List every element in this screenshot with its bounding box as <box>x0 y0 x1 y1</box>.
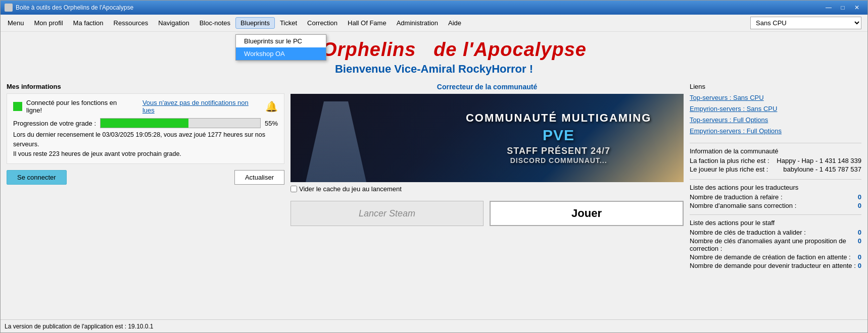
launch-row: Lancer Steam Jouer <box>291 201 684 226</box>
menu-item-hall-of-fame[interactable]: Hall Of Fame <box>343 17 392 29</box>
welcome-text: Bienvenue Vice-Amiral RockyHorror ! <box>1 63 867 76</box>
translator-request-row: Nombre de demande pour devenir traducteu… <box>690 262 861 269</box>
divider-3 <box>690 214 861 215</box>
progress-row: Progression de votre grade : 55% <box>13 118 278 128</box>
menu-item-administration[interactable]: Administration <box>392 17 443 29</box>
jouer-button[interactable]: Jouer <box>490 201 684 226</box>
staff-section: Liste des actions pour le staff Nombre d… <box>690 219 861 269</box>
faction-creation-value: 0 <box>858 253 861 261</box>
banner-top-text: COMMUNAUTÉ MULTIGAMING <box>444 112 673 125</box>
translation-keys-row: Nombre de clés de traduction à valider :… <box>690 229 861 236</box>
main-layout: Mes informations Connecté pour les fonct… <box>1 83 867 274</box>
status-row: Connecté pour les fonctions en ligne! Vo… <box>13 99 278 114</box>
translators-section: Liste des actions pour les traducteurs N… <box>690 184 861 209</box>
links-title: Liens <box>690 83 861 90</box>
menu-item-blueprints[interactable]: Blueprints <box>235 17 275 29</box>
link-empyrion-sans-cpu[interactable]: Empyrion-servers : Sans CPU <box>690 103 861 115</box>
minimize-button[interactable]: — <box>822 3 835 13</box>
divider-1 <box>690 143 861 143</box>
divider-2 <box>690 179 861 180</box>
redo-translations-row: Nombre de traduction à refaire : 0 <box>690 193 861 201</box>
anomaly-no-correction-value: 0 <box>858 202 861 209</box>
info-text-1: Lors du dernier recensement le 03/03/202… <box>13 130 278 158</box>
info-box: Connecté pour les fonctions en ligne! Vo… <box>7 93 284 164</box>
progress-bar-fill <box>101 119 188 128</box>
redo-translations-value: 0 <box>858 193 861 201</box>
progress-percent: 55% <box>265 120 278 127</box>
center-title: Correcteur de la communauté <box>291 83 684 91</box>
progress-label: Progression de votre grade : <box>13 120 96 127</box>
cpu-select-container: Sans CPU CPU 1 CPU 2 CPU 3 Full Options <box>750 17 865 29</box>
content-area: Les Orphelins de l'Apocalypse Bienvenue … <box>1 32 867 319</box>
translator-request-label: Nombre de demande pour devenir traducteu… <box>690 262 856 269</box>
richest-player-label: Le joueur le plus riche est : <box>690 165 768 173</box>
richest-faction-value: Happy - Hap - 1 431 148 339 <box>777 157 861 164</box>
links-section: Liens Top-serveurs : Sans CPU Empyrion-s… <box>690 83 861 137</box>
blueprints-menu-container: Blueprints Blueprints sur le PC Workshop… <box>235 17 275 29</box>
anomaly-correction-value: 0 <box>858 237 861 252</box>
banner-image: COMMUNAUTÉ MULTIGAMING PVE STAFF PRÉSENT… <box>291 94 684 182</box>
main-window: Boite à outils des Orphelins de l'Apocal… <box>0 0 868 333</box>
menu-item-ticket[interactable]: Ticket <box>275 17 302 29</box>
translation-keys-label: Nombre de clés de traduction à valider : <box>690 229 806 236</box>
mes-informations-title: Mes informations <box>7 83 284 90</box>
info-line2: Il vous reste 223 heures de jeux avant v… <box>13 150 181 157</box>
menu-item-bloc-notes[interactable]: Bloc-notes <box>195 17 235 29</box>
title-bar: Boite à outils des Orphelins de l'Apocal… <box>1 1 867 15</box>
app-icon <box>5 4 13 12</box>
menu-item-ma-faction[interactable]: Ma faction <box>68 17 109 29</box>
left-panel: Mes informations Connecté pour les fonct… <box>7 83 284 274</box>
status-dot-green <box>13 102 22 111</box>
translators-title: Liste des actions pour les traducteurs <box>690 184 861 191</box>
faction-creation-row: Nombre de demande de création de faction… <box>690 253 861 261</box>
translator-request-value: 0 <box>858 262 861 269</box>
window-controls: — □ ✕ <box>822 3 863 13</box>
close-button[interactable]: ✕ <box>850 3 863 13</box>
center-panel: Correcteur de la communauté COMMUNAUTÉ M… <box>291 83 684 274</box>
menu-item-correction[interactable]: Correction <box>302 17 343 29</box>
banner-discord-text: DISCORD COMMUNAUT... <box>444 156 673 164</box>
richest-player-value: babyloune - 1 415 787 537 <box>783 165 861 173</box>
menu-item-mon-profil[interactable]: Mon profil <box>29 17 68 29</box>
dropdown-item-workshop-oa[interactable]: Workshop OA <box>236 47 326 60</box>
cache-checkbox[interactable] <box>291 186 297 192</box>
staff-title: Liste des actions pour le staff <box>690 219 861 227</box>
community-info: Information de la communauté La faction … <box>690 147 861 173</box>
cache-checkbox-text: Vider le cache du jeu au lancement <box>299 185 402 193</box>
right-panel: Liens Top-serveurs : Sans CPU Empyrion-s… <box>690 83 861 274</box>
menu-bar: Menu Mon profil Ma faction Ressources Na… <box>1 15 867 32</box>
dropdown-item-blueprints-pc[interactable]: Blueprints sur le PC <box>236 35 326 47</box>
connect-button[interactable]: Se connecter <box>7 170 67 185</box>
anomaly-correction-row: Nombre de clés d'anomalies ayant une pro… <box>690 237 861 252</box>
actualiser-button[interactable]: Actualiser <box>234 170 284 185</box>
header-section: Les Orphelins de l'Apocalypse Bienvenue … <box>1 32 867 80</box>
richest-faction-row: La faction la plus riche est : Happy - H… <box>690 157 861 164</box>
banner-staff-text: STAFF PRÉSENT 24/7 <box>444 146 673 156</box>
menu-item-navigation[interactable]: Navigation <box>153 17 194 29</box>
main-title-part2: de l'Apocalypse <box>433 39 587 60</box>
status-bar-text: La version de publication de l'applicati… <box>5 323 154 330</box>
launch-steam-button[interactable]: Lancer Steam <box>291 201 484 226</box>
progress-bar-container <box>100 118 261 128</box>
cpu-select[interactable]: Sans CPU CPU 1 CPU 2 CPU 3 Full Options <box>750 17 861 29</box>
status-bar: La version de publication de l'applicati… <box>1 319 867 332</box>
richest-faction-label: La faction la plus riche est : <box>690 157 769 164</box>
menu-item-aide[interactable]: Aide <box>443 17 466 29</box>
cache-checkbox-label[interactable]: Vider le cache du jeu au lancement <box>291 185 402 193</box>
link-top-sans-cpu[interactable]: Top-serveurs : Sans CPU <box>690 92 861 103</box>
richest-player-row: Le joueur le plus riche est : babyloune … <box>690 165 861 173</box>
link-top-full[interactable]: Top-serveurs : Full Options <box>690 115 861 126</box>
link-empyrion-full[interactable]: Empyrion-servers : Full Options <box>690 126 861 137</box>
banner-mid-text: PVE <box>444 127 673 144</box>
anomaly-correction-label: Nombre de clés d'anomalies ayant une pro… <box>690 237 858 252</box>
anomaly-no-correction-label: Nombre d'anomalie sans correction : <box>690 202 796 209</box>
buttons-row: Se connecter Actualiser <box>7 170 284 185</box>
cache-row: Vider le cache du jeu au lancement <box>291 185 684 193</box>
menu-item-ressources[interactable]: Ressources <box>109 17 154 29</box>
menu-item-menu[interactable]: Menu <box>3 17 29 29</box>
maximize-button[interactable]: □ <box>836 3 849 13</box>
blueprints-dropdown: Blueprints sur le PC Workshop OA <box>235 34 326 61</box>
notification-link[interactable]: Vous n'avez pas de notifications non lue… <box>142 99 261 114</box>
window-title: Boite à outils des Orphelins de l'Apocal… <box>16 4 822 11</box>
bell-icon: 🔔 <box>265 100 278 113</box>
